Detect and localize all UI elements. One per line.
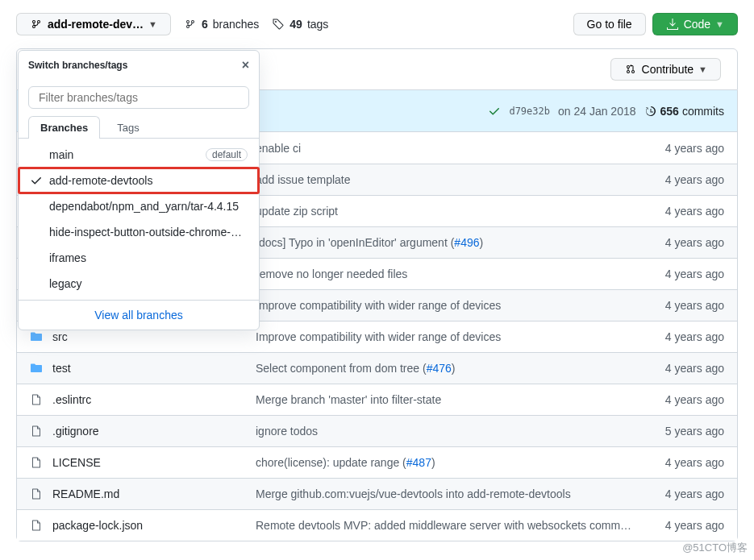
file-date: 4 years ago — [652, 456, 724, 469]
file-commit-message[interactable]: Select component from dom tree (#476) — [256, 362, 642, 375]
branch-switcher-dropdown: Switch branches/tags × Branches Tags mai… — [18, 50, 260, 330]
history-icon — [644, 105, 657, 118]
commit-date: on 24 Jan 2018 — [558, 105, 636, 118]
file-icon — [30, 425, 43, 438]
file-commit-message[interactable]: [docs] Typo in 'openInEditor' argument (… — [256, 236, 642, 249]
file-date: 4 years ago — [652, 393, 724, 406]
branch-list: maindefaultadd-remote-devtoolsdependabot… — [19, 139, 259, 300]
branch-name: dependabot/npm_and_yarn/tar-4.4.15 — [49, 200, 248, 213]
file-name[interactable]: src — [52, 330, 246, 343]
go-to-file-button[interactable]: Go to file — [573, 13, 646, 35]
contribute-button[interactable]: Contribute ▼ — [610, 58, 721, 81]
commits-word: commits — [682, 105, 724, 118]
file-icon — [30, 393, 43, 406]
file-date: 4 years ago — [652, 362, 724, 375]
branches-count: 6 — [202, 18, 208, 31]
file-commit-message[interactable]: Improve compatibility with wider range o… — [256, 299, 642, 312]
file-row: README.mdMerge github.com:vuejs/vue-devt… — [17, 478, 737, 509]
folder-icon — [30, 362, 43, 375]
file-date: 4 years ago — [652, 173, 724, 186]
caret-down-icon: ▼ — [698, 64, 707, 74]
switcher-search — [19, 80, 259, 115]
issue-link[interactable]: #476 — [427, 362, 452, 375]
file-date: 4 years ago — [652, 330, 724, 343]
file-commit-message[interactable]: Merge branch 'master' into filter-state — [256, 393, 642, 406]
commit-hash[interactable]: d79e32b — [509, 106, 550, 117]
repo-toolbar: add-remote-dev… ▼ 6 branches 49 tags Go … — [0, 0, 754, 48]
folder-icon — [30, 330, 43, 343]
branch-item[interactable]: legacy — [19, 271, 259, 297]
check-icon[interactable] — [488, 105, 501, 118]
filter-input[interactable] — [28, 86, 249, 109]
file-name[interactable]: test — [52, 362, 246, 375]
branch-select-button[interactable]: add-remote-dev… ▼ — [16, 13, 171, 35]
branch-name: legacy — [49, 277, 248, 290]
file-commit-message[interactable]: Improve compatibility with wider range o… — [256, 330, 642, 343]
branch-item[interactable]: iframes — [19, 245, 259, 271]
file-row: .gitignoreignore todos5 years ago — [17, 415, 737, 446]
tab-tags[interactable]: Tags — [105, 116, 151, 139]
branch-item[interactable]: dependabot/npm_and_yarn/tar-4.4.15 — [19, 193, 259, 219]
file-name[interactable]: .gitignore — [52, 425, 246, 438]
git-branch-icon — [184, 18, 197, 31]
branch-item[interactable]: maindefault — [19, 142, 259, 168]
close-icon[interactable]: × — [242, 59, 249, 72]
file-icon — [30, 519, 43, 532]
switcher-header: Switch branches/tags × — [19, 51, 259, 80]
file-date: 4 years ago — [652, 519, 724, 532]
watermark: @51CTO博客 — [682, 541, 748, 555]
file-commit-message[interactable]: enable ci — [256, 142, 642, 155]
commits-number: 656 — [660, 105, 679, 118]
issue-link[interactable]: #496 — [454, 236, 479, 249]
tag-icon — [272, 18, 285, 31]
switcher-tabs: Branches Tags — [19, 115, 259, 139]
file-row: .eslintrcMerge branch 'master' into filt… — [17, 384, 737, 415]
code-button[interactable]: Code ▼ — [652, 13, 738, 35]
file-commit-message[interactable]: ignore todos — [256, 425, 642, 438]
branch-item[interactable]: add-remote-devtools — [19, 168, 259, 193]
file-commit-message[interactable]: update zip script — [256, 205, 642, 218]
branch-name: iframes — [49, 251, 248, 264]
branch-name: hide-inspect-button-outside-chrome-devto… — [49, 226, 248, 239]
file-date: 4 years ago — [652, 487, 724, 500]
file-commit-message[interactable]: add issue template — [256, 173, 642, 186]
file-icon — [30, 487, 43, 500]
switcher-title: Switch branches/tags — [28, 60, 127, 71]
file-name[interactable]: package-lock.json — [52, 519, 246, 532]
file-commit-message[interactable]: chore(license): update range (#487) — [256, 456, 642, 469]
branch-item[interactable]: hide-inspect-button-outside-chrome-devto… — [19, 219, 259, 245]
code-label: Code — [684, 18, 710, 31]
file-row: LICENSEchore(license): update range (#48… — [17, 446, 737, 478]
branch-name: main — [49, 148, 199, 161]
file-date: 4 years ago — [652, 236, 724, 249]
file-date: 4 years ago — [652, 299, 724, 312]
check-icon — [30, 174, 43, 187]
issue-link[interactable]: #487 — [406, 456, 431, 469]
tags-count: 49 — [290, 18, 302, 31]
file-icon — [30, 456, 43, 469]
tags-count-link[interactable]: 49 tags — [272, 18, 328, 31]
file-commit-message[interactable]: Remote devtools MVP: added middleware se… — [256, 519, 642, 532]
file-commit-message[interactable]: remove no longer needed files — [256, 268, 642, 280]
file-date: 4 years ago — [652, 268, 724, 280]
file-date: 4 years ago — [652, 142, 724, 155]
current-branch-label: add-remote-dev… — [48, 18, 144, 31]
branches-count-link[interactable]: 6 branches — [184, 18, 259, 31]
branch-name: add-remote-devtools — [49, 174, 248, 187]
default-badge: default — [206, 148, 248, 161]
file-name[interactable]: README.md — [52, 487, 246, 500]
view-all-branches-link[interactable]: View all branches — [19, 300, 259, 330]
file-row: package-lock.jsonRemote devtools MVP: ad… — [17, 509, 737, 541]
file-row: testSelect component from dom tree (#476… — [17, 352, 737, 384]
download-icon — [666, 18, 679, 31]
commits-count-link[interactable]: 656 commits — [644, 105, 724, 118]
tab-branches[interactable]: Branches — [28, 116, 100, 139]
go-to-file-label: Go to file — [587, 18, 632, 31]
contribute-label: Contribute — [642, 63, 694, 76]
caret-down-icon: ▼ — [148, 19, 157, 29]
file-commit-message[interactable]: Merge github.com:vuejs/vue-devtools into… — [256, 487, 642, 500]
file-name[interactable]: .eslintrc — [52, 393, 246, 406]
file-name[interactable]: LICENSE — [52, 456, 246, 469]
tags-word: tags — [307, 18, 328, 31]
file-date: 4 years ago — [652, 205, 724, 218]
